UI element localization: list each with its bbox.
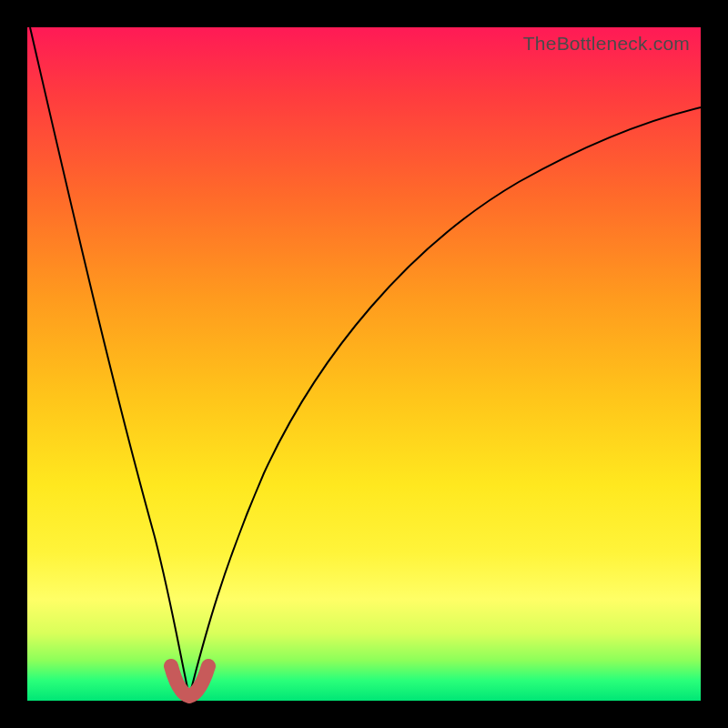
chart-svg xyxy=(27,27,701,701)
minimum-marker xyxy=(171,666,208,696)
chart-frame: TheBottleneck.com xyxy=(27,27,701,701)
bottleneck-curve-right xyxy=(189,107,701,696)
bottleneck-curve-left xyxy=(30,27,189,696)
watermark-text: TheBottleneck.com xyxy=(523,33,690,55)
